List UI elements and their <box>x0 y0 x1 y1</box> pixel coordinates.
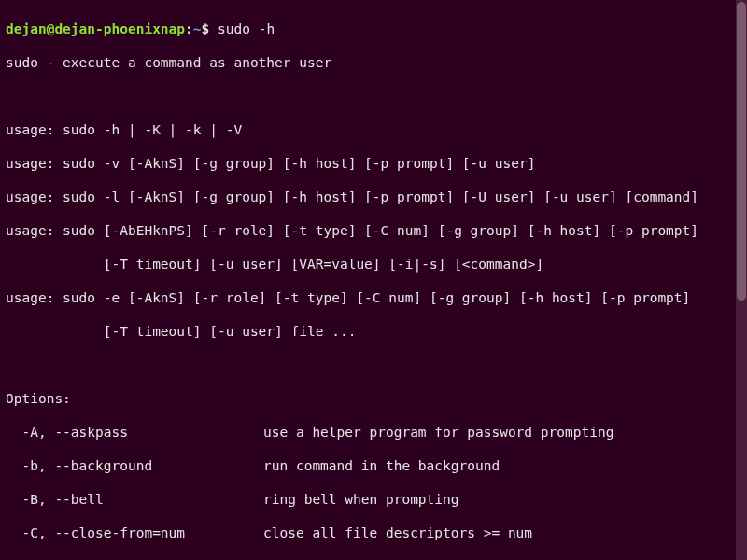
blank-line <box>6 357 738 373</box>
option-flag: -C, --close-from=num <box>6 525 263 541</box>
scrollbar-thumb[interactable] <box>737 2 746 301</box>
usage-line: [-T timeout] [-u user] file ... <box>6 323 738 340</box>
prompt-line: dejan@dejan-phoenixnap:~$ sudo -h <box>6 21 738 37</box>
option-desc: ring bell when prompting <box>263 491 459 508</box>
option-row: -B, --bellring bell when prompting <box>6 491 738 508</box>
prompt-user-host: dejan@dejan-phoenixnap <box>6 21 185 36</box>
option-desc: use a helper program for password prompt… <box>263 424 613 441</box>
option-flag: -b, --background <box>6 457 263 474</box>
usage-line: usage: sudo -e [-AknS] [-r role] [-t typ… <box>6 289 738 306</box>
usage-line: usage: sudo [-AbEHknPS] [-r role] [-t ty… <box>6 222 738 239</box>
usage-line: usage: sudo -l [-AknS] [-g group] [-h ho… <box>6 189 738 205</box>
option-desc: run command in the background <box>263 457 500 474</box>
option-desc: close all file descriptors >= num <box>263 525 532 541</box>
prompt-path: ~ <box>193 21 202 36</box>
option-flag: -A, --askpass <box>6 424 263 441</box>
blank-line <box>6 88 738 105</box>
sudo-title: sudo - execute a command as another user <box>6 54 738 71</box>
usage-line: usage: sudo -v [-AknS] [-g group] [-h ho… <box>6 155 738 172</box>
terminal-window[interactable]: dejan@dejan-phoenixnap:~$ sudo -h sudo -… <box>0 0 743 560</box>
usage-line: [-T timeout] [-u user] [VAR=value] [-i|-… <box>6 256 738 273</box>
prompt-dollar: $ <box>202 21 210 36</box>
scrollbar-track[interactable] <box>736 0 747 560</box>
option-row: -A, --askpassuse a helper program for pa… <box>6 424 738 441</box>
option-row: -C, --close-from=numclose all file descr… <box>6 525 738 541</box>
option-row: -b, --backgroundrun command in the backg… <box>6 457 738 474</box>
entered-command: sudo -h <box>218 21 275 36</box>
options-header: Options: <box>6 390 738 407</box>
option-flag: -B, --bell <box>6 491 263 508</box>
prompt-separator: : <box>185 21 193 36</box>
usage-line: usage: sudo -h | -K | -k | -V <box>6 121 738 138</box>
